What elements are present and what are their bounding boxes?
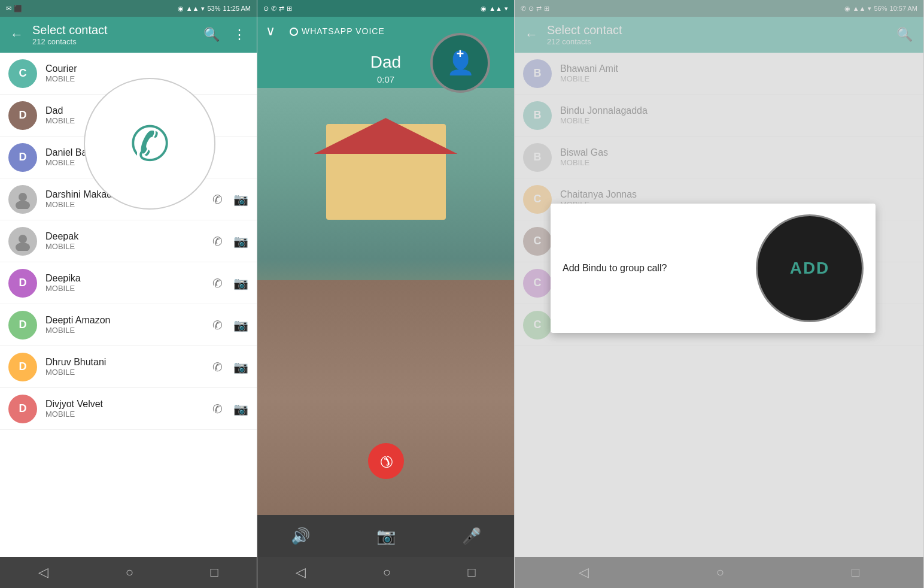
time-1: 11:25 AM xyxy=(223,5,251,12)
contact-name: Dhruv Bhutani xyxy=(45,357,212,368)
video-call-icon[interactable]: 📷 xyxy=(233,402,248,416)
contact-actions: ✆ 📷 xyxy=(212,318,248,332)
call-video-area: ✆ xyxy=(257,88,514,515)
contact-type: MOBILE xyxy=(45,410,212,419)
avatar: D xyxy=(8,395,37,423)
contact-actions: ✆ 📷 xyxy=(212,402,248,416)
wifi-icon2: ▾ xyxy=(504,5,508,13)
list-item[interactable]: D Deepika MOBILE ✆ 📷 xyxy=(0,262,257,304)
wa-voice-label: WHATSAPP VOICE xyxy=(281,22,393,41)
end-call-button[interactable]: ✆ xyxy=(368,443,404,479)
list-item[interactable]: D Deepti Amazon MOBILE ✆ 📷 xyxy=(0,304,257,346)
contact-type: MOBILE xyxy=(45,326,212,335)
contact-name: Divjyot Velvet xyxy=(45,399,212,410)
status-left-2: ⊙ ✆ ⇄ ⊞ xyxy=(263,5,292,13)
contact-type: MOBILE xyxy=(45,242,212,251)
wa-voice-text: WHATSAPP VOICE xyxy=(302,26,385,36)
list-item[interactable]: D Divjyot Velvet MOBILE ✆ 📷 xyxy=(0,388,257,430)
contact-actions: ✆ 📷 xyxy=(212,360,248,374)
list-item[interactable]: Deepak MOBILE ✆ 📷 xyxy=(0,220,257,262)
phone-icon-overlay: ✆ xyxy=(84,78,215,210)
avatar xyxy=(8,227,37,256)
contact-count-1: 212 contacts xyxy=(32,37,194,46)
back-nav-icon-2[interactable]: ◁ xyxy=(296,565,306,580)
bottom-nav-1: ◁ ○ □ xyxy=(0,557,257,588)
home-nav-icon-2[interactable]: ○ xyxy=(383,565,391,580)
wifi-icon: ▾ xyxy=(201,5,205,13)
battery-pct-1: 53% xyxy=(207,5,220,12)
svg-point-0 xyxy=(19,193,27,201)
back-button-1[interactable]: ← xyxy=(7,27,26,43)
big-phone-icon: ✆ xyxy=(130,116,170,172)
home-nav-icon[interactable]: ○ xyxy=(126,565,133,580)
avatar: D xyxy=(8,143,37,172)
phone-call-icon[interactable]: ✆ xyxy=(212,192,223,207)
contact-type: MOBILE xyxy=(45,368,212,377)
video-icon[interactable]: 📷 xyxy=(376,527,396,545)
phone-call-icon[interactable]: ✆ xyxy=(212,234,223,248)
contact-name: Deepak xyxy=(45,231,212,242)
contact-info: Deepika MOBILE xyxy=(37,273,212,293)
phone-call-icon[interactable]: ✆ xyxy=(212,318,223,332)
avatar: D xyxy=(8,269,37,298)
video-call-icon[interactable]: 📷 xyxy=(233,234,248,248)
location-icon2: ◉ xyxy=(481,5,487,13)
add-label: ADD xyxy=(790,259,830,278)
whatsapp-icon xyxy=(290,28,298,36)
avatar: D xyxy=(8,101,37,130)
phone-call-icon[interactable]: ✆ xyxy=(212,276,223,290)
insta-icon: ⊙ xyxy=(263,5,269,13)
contact-info: Dhruv Bhutani MOBILE xyxy=(37,357,212,377)
contact-actions: ✆ 📷 xyxy=(212,192,248,207)
video-call-icon[interactable]: 📷 xyxy=(233,276,248,290)
recents-nav-icon[interactable]: □ xyxy=(210,565,218,580)
end-call-icon: ✆ xyxy=(375,450,397,472)
video-call-icon[interactable]: 📷 xyxy=(233,192,248,207)
add-to-call-button[interactable]: ADD xyxy=(756,214,864,322)
contact-info: Divjyot Velvet MOBILE xyxy=(37,399,212,419)
mute-icon[interactable]: 🎤 xyxy=(462,527,481,545)
svg-point-3 xyxy=(16,243,30,251)
app-bar-1: ← Select contact 212 contacts 🔍 ⋮ xyxy=(0,17,257,53)
avatar: C xyxy=(8,59,37,88)
add-person-button[interactable]: 👤 + xyxy=(430,33,490,93)
phone1-frame: ✉ ⬛ ◉ ▲▲ ▾ 53% 11:25 AM ← Select contact… xyxy=(0,0,257,588)
avatar: D xyxy=(8,311,37,340)
contact-type: MOBILE xyxy=(45,284,212,293)
page-title-1: Select contact xyxy=(32,23,194,37)
recents-nav-icon-2[interactable]: □ xyxy=(467,565,475,580)
svg-point-2 xyxy=(19,235,27,243)
video-call-icon[interactable]: 📷 xyxy=(233,360,248,374)
dialog-text: Add Bindu to group call? xyxy=(563,263,747,274)
phone-call-icon[interactable]: ✆ xyxy=(212,360,223,374)
contact-actions: ✆ 📷 xyxy=(212,276,248,290)
speaker-icon[interactable]: 🔊 xyxy=(291,527,310,545)
contact-name: Courier xyxy=(45,63,248,74)
share-icon: ⇄ xyxy=(279,5,284,13)
contact-name: Deepti Amazon xyxy=(45,315,212,326)
phone-call-icon[interactable]: ✆ xyxy=(212,402,223,416)
list-item[interactable]: D Dhruv Bhutani MOBILE ✆ 📷 xyxy=(0,346,257,388)
bottom-nav-2: ◁ ○ □ xyxy=(257,557,514,588)
status-right-2: ◉ ▲▲ ▾ xyxy=(481,5,508,13)
svg-point-1 xyxy=(16,201,30,209)
video-call-icon[interactable]: 📷 xyxy=(233,318,248,332)
phone-icon: ✆ xyxy=(271,5,276,13)
add-person-icon: 👤 + xyxy=(446,50,475,76)
search-button-1[interactable]: 🔍 xyxy=(200,23,223,46)
location-icon: ◉ xyxy=(178,5,184,13)
status-right-1: ◉ ▲▲ ▾ 53% 11:25 AM xyxy=(178,5,251,13)
back-nav-icon[interactable]: ◁ xyxy=(38,565,48,580)
status-left-1: ✉ ⬛ xyxy=(6,5,22,13)
add-group-dialog: Add Bindu to group call? ADD xyxy=(551,204,876,333)
phone3-frame: ✆ ⊙ ⇄ ⊞ ◉ ▲▲ ▾ 56% 10:57 AM ← Select con… xyxy=(515,0,924,588)
contact-actions: ✆ 📷 xyxy=(212,234,248,248)
status-bar-1: ✉ ⬛ ◉ ▲▲ ▾ 53% 11:25 AM xyxy=(0,0,257,17)
signal-icon: ▲▲ xyxy=(186,5,199,12)
more-button-1[interactable]: ⋮ xyxy=(229,23,250,46)
mail-icon: ✉ xyxy=(6,5,11,13)
avatar xyxy=(8,185,37,214)
collapse-chevron[interactable]: ∨ xyxy=(266,23,275,39)
title-block-1: Select contact 212 contacts xyxy=(32,23,194,46)
signal-icon2: ▲▲ xyxy=(489,5,502,12)
